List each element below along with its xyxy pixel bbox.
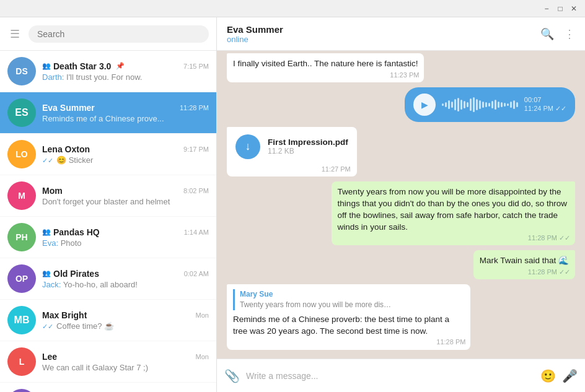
chat-preview: Jack: Yo-ho-ho, all aboard! bbox=[42, 280, 209, 289]
avatar: LO bbox=[7, 140, 36, 168]
chat-time: 9:17 PM bbox=[183, 146, 209, 153]
reply-sender: Mary Sue bbox=[240, 289, 464, 300]
message-input-area: 📎 🙂 🎤 bbox=[217, 359, 585, 392]
chat-preview: Darth: I'll trust you. For now. bbox=[42, 72, 209, 82]
message-time: 11:28 PM ✓✓ bbox=[528, 233, 570, 243]
chat-name: Eva Summer bbox=[42, 103, 95, 113]
chat-header-info: Eva Summer online bbox=[227, 24, 533, 44]
avatar: DS bbox=[7, 57, 36, 85]
voice-bubble: ▶00:0711:24 PM ✓✓ bbox=[405, 87, 575, 122]
chat-name: Lee bbox=[42, 352, 57, 362]
search-icon[interactable]: 🔍 bbox=[540, 27, 554, 41]
avatar: ES bbox=[7, 98, 36, 127]
chat-preview: Eva: Photo bbox=[42, 238, 209, 248]
chat-header-icons: 🔍 ⋮ bbox=[540, 27, 575, 41]
message-item: ↓First Impression.pdf11.2 KB11:27 PM bbox=[227, 127, 575, 176]
chat-panel: Eva Summer online 🔍 ⋮ I finally visited … bbox=[217, 17, 585, 392]
attach-icon[interactable]: 📎 bbox=[224, 368, 240, 383]
preview-sender: Eva: bbox=[42, 238, 58, 248]
message-item: Mark Twain said that 🌊11:28 PM ✓✓ bbox=[227, 250, 575, 279]
reply-bubble: Mary SueTwenty years from now you will b… bbox=[227, 284, 470, 349]
chat-name: Mom bbox=[42, 186, 63, 196]
file-size: 11.2 KB bbox=[268, 147, 348, 155]
messages-area: I finally visited Earth.. The nature her… bbox=[217, 51, 585, 359]
chat-header-name: Eva Summer bbox=[227, 24, 533, 35]
avatar: PH bbox=[7, 223, 36, 251]
chat-list-item[interactable]: M Mom8:02 PMDon't forget your blaster an… bbox=[0, 175, 216, 217]
message-item: ▶00:0711:24 PM ✓✓ bbox=[227, 87, 575, 122]
close-button[interactable]: ✕ bbox=[568, 2, 580, 15]
avatar: OP bbox=[7, 264, 36, 293]
search-input[interactable] bbox=[37, 29, 200, 39]
minimize-button[interactable]: − bbox=[540, 2, 553, 15]
chat-header: Eva Summer online 🔍 ⋮ bbox=[217, 17, 585, 51]
message-time: 11:27 PM bbox=[322, 165, 351, 173]
avatar: AZ bbox=[7, 389, 36, 392]
maximize-button[interactable]: □ bbox=[554, 2, 566, 15]
chat-time: Mon bbox=[196, 311, 209, 319]
chat-list-item[interactable]: PH👥 Pandas HQ1:14 AMEva: Photo bbox=[0, 217, 216, 258]
sidebar: ☰ DS👥 Death Star 3.0📌7:15 PMDarth: I'll … bbox=[0, 17, 217, 392]
file-name: First Impression.pdf bbox=[268, 137, 348, 147]
app-body: ☰ DS👥 Death Star 3.0📌7:15 PMDarth: I'll … bbox=[0, 17, 585, 392]
chat-list-item[interactable]: MB Max BrightMon✓✓ Coffee time? ☕ bbox=[0, 300, 216, 341]
menu-icon[interactable]: ☰ bbox=[7, 25, 22, 43]
chat-list-item[interactable]: DS👥 Death Star 3.0📌7:15 PMDarth: I'll tr… bbox=[0, 51, 216, 92]
message-item: I finally visited Earth.. The nature her… bbox=[227, 53, 575, 82]
chat-name: 👥 Old Pirates bbox=[42, 269, 99, 279]
chat-time: 1:14 AM bbox=[184, 229, 209, 236]
chat-preview: ✓✓ Coffee time? ☕ bbox=[42, 321, 209, 331]
chat-time: 0:02 AM bbox=[184, 270, 209, 277]
message-item: Mary SueTwenty years from now you will b… bbox=[227, 284, 575, 349]
chat-list-item[interactable]: AZ Alexandra ZMonWorkout_Shedule.pdf bbox=[0, 383, 216, 392]
chat-list-item[interactable]: OP👥 Old Pirates0:02 AMJack: Yo-ho-ho, al… bbox=[0, 258, 216, 300]
message-bubble: Mark Twain said that 🌊11:28 PM ✓✓ bbox=[473, 250, 575, 279]
titlebar: − □ ✕ bbox=[0, 0, 585, 17]
sidebar-header: ☰ bbox=[0, 17, 216, 51]
chat-preview: We can call it Galaxy Star 7 ;) bbox=[42, 363, 209, 372]
voice-time: 11:24 PM ✓✓ bbox=[524, 105, 566, 113]
emoji-icon[interactable]: 🙂 bbox=[540, 368, 556, 383]
chat-name: Max Bright bbox=[42, 310, 87, 320]
chat-time: 8:02 PM bbox=[183, 187, 209, 194]
chat-list: DS👥 Death Star 3.0📌7:15 PMDarth: I'll tr… bbox=[0, 51, 216, 392]
chat-name: Lena Oxton bbox=[42, 144, 90, 154]
chat-list-item[interactable]: L LeeMonWe can call it Galaxy Star 7 ;) bbox=[0, 341, 216, 383]
chat-preview: Don't forget your blaster and helmet bbox=[42, 197, 209, 206]
message-time: 11:28 PM bbox=[436, 338, 465, 347]
message-time: 11:28 PM ✓✓ bbox=[528, 268, 570, 277]
chat-name: 👥 Pandas HQ bbox=[42, 227, 100, 237]
avatar: MB bbox=[7, 306, 36, 334]
message-item: Twenty years from now you will be more d… bbox=[227, 181, 575, 246]
chat-time: 7:15 PM bbox=[183, 63, 209, 70]
chat-list-item[interactable]: ES Eva Summer11:28 PMReminds me of a Chi… bbox=[0, 92, 216, 134]
message-bubble: I finally visited Earth.. The nature her… bbox=[227, 53, 424, 82]
mic-icon[interactable]: 🎤 bbox=[562, 368, 578, 383]
play-button[interactable]: ▶ bbox=[413, 94, 436, 116]
chat-header-status: online bbox=[227, 35, 533, 44]
pin-icon: 📌 bbox=[116, 62, 125, 70]
avatar: L bbox=[7, 347, 36, 376]
search-box bbox=[29, 25, 209, 43]
group-icon: 👥 bbox=[42, 269, 51, 277]
file-download-button[interactable]: ↓ bbox=[235, 134, 260, 159]
chat-list-item[interactable]: LO Lena Oxton9:17 PM✓✓ 😊 Sticker bbox=[0, 134, 216, 175]
group-icon: 👥 bbox=[42, 62, 51, 70]
chat-time: 11:28 PM bbox=[180, 104, 209, 111]
avatar: M bbox=[7, 181, 36, 210]
message-bubble: Twenty years from now you will be more d… bbox=[332, 181, 575, 246]
chat-preview: ✓✓ 😊 Sticker bbox=[42, 155, 209, 165]
waveform bbox=[442, 97, 518, 112]
more-icon[interactable]: ⋮ bbox=[564, 27, 575, 41]
message-time: 11:23 PM bbox=[390, 71, 419, 80]
group-icon: 👥 bbox=[42, 228, 51, 236]
message-input[interactable] bbox=[246, 371, 534, 381]
chat-preview: Reminds me of a Chinese prove... bbox=[42, 114, 209, 123]
chat-time: Mon bbox=[196, 353, 209, 360]
file-bubble: ↓First Impression.pdf11.2 KB11:27 PM bbox=[227, 127, 357, 176]
reply-text: Twenty years from now you will be more d… bbox=[240, 300, 395, 310]
voice-duration: 00:07 bbox=[524, 96, 566, 103]
preview-sender: Jack: bbox=[42, 280, 61, 289]
chat-name: 👥 Death Star 3.0📌 bbox=[42, 61, 125, 71]
preview-sender: Darth: bbox=[42, 72, 64, 82]
